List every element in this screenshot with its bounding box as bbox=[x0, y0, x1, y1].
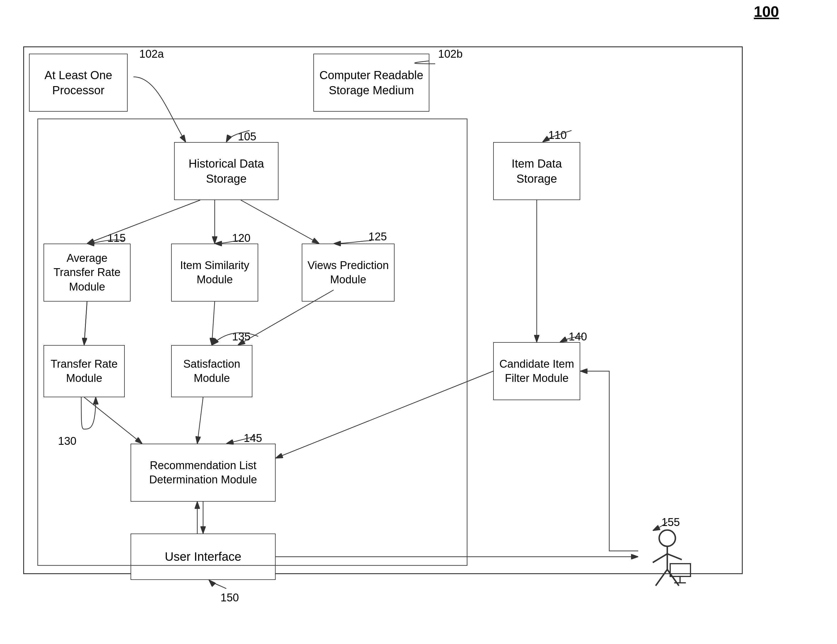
item-data-label: Item Data Storage bbox=[497, 156, 577, 186]
user-interface-box: User Interface bbox=[131, 534, 276, 580]
diagram-number: 100 bbox=[754, 3, 779, 20]
item-similarity-label: Item Similarity Module bbox=[175, 258, 255, 287]
views-prediction-label: Views Prediction Module bbox=[305, 258, 391, 287]
satisfaction-box: Satisfaction Module bbox=[171, 345, 253, 397]
ref-105: 105 bbox=[238, 131, 256, 143]
storage-medium-box: Computer Readable Storage Medium bbox=[313, 54, 429, 111]
avg-transfer-label: Average Transfer Rate Module bbox=[47, 251, 127, 294]
ref-145: 145 bbox=[244, 432, 262, 444]
candidate-filter-label: Candidate Item Filter Module bbox=[497, 357, 577, 386]
ref-102a: 102a bbox=[139, 48, 164, 60]
svg-line-4 bbox=[656, 569, 667, 586]
user-icon bbox=[638, 528, 696, 597]
ref-102b: 102b bbox=[438, 48, 463, 60]
ref-130: 130 bbox=[58, 435, 76, 447]
recommendation-box: Recommendation List Determination Module bbox=[131, 444, 276, 501]
ref-110: 110 bbox=[548, 129, 566, 141]
historical-data-label: Historical Data Storage bbox=[177, 156, 275, 186]
user-interface-label: User Interface bbox=[165, 549, 241, 565]
processor-label: At Least One Processor bbox=[33, 67, 124, 98]
ref-150: 150 bbox=[220, 592, 239, 604]
historical-data-box: Historical Data Storage bbox=[174, 142, 279, 200]
transfer-rate-box: Transfer Rate Module bbox=[44, 345, 125, 397]
views-prediction-box: Views Prediction Module bbox=[302, 244, 395, 302]
storage-medium-label: Computer Readable Storage Medium bbox=[317, 67, 426, 98]
svg-point-0 bbox=[659, 530, 675, 546]
ref-115: 115 bbox=[107, 232, 126, 244]
avg-transfer-box: Average Transfer Rate Module bbox=[44, 244, 131, 302]
ref-140: 140 bbox=[569, 331, 587, 343]
svg-line-3 bbox=[667, 554, 682, 560]
recommendation-label: Recommendation List Determination Module bbox=[134, 459, 272, 487]
satisfaction-label: Satisfaction Module bbox=[175, 357, 249, 386]
ref-125: 125 bbox=[368, 231, 387, 243]
item-data-box: Item Data Storage bbox=[493, 142, 580, 200]
transfer-rate-label: Transfer Rate Module bbox=[47, 357, 121, 386]
svg-rect-6 bbox=[670, 564, 691, 577]
svg-line-2 bbox=[653, 554, 667, 562]
candidate-filter-box: Candidate Item Filter Module bbox=[493, 342, 580, 400]
item-similarity-box: Item Similarity Module bbox=[171, 244, 258, 302]
ref-120: 120 bbox=[232, 232, 250, 244]
ref-135: 135 bbox=[232, 331, 250, 343]
processor-box: At Least One Processor bbox=[29, 54, 128, 111]
ref-155: 155 bbox=[661, 516, 680, 529]
